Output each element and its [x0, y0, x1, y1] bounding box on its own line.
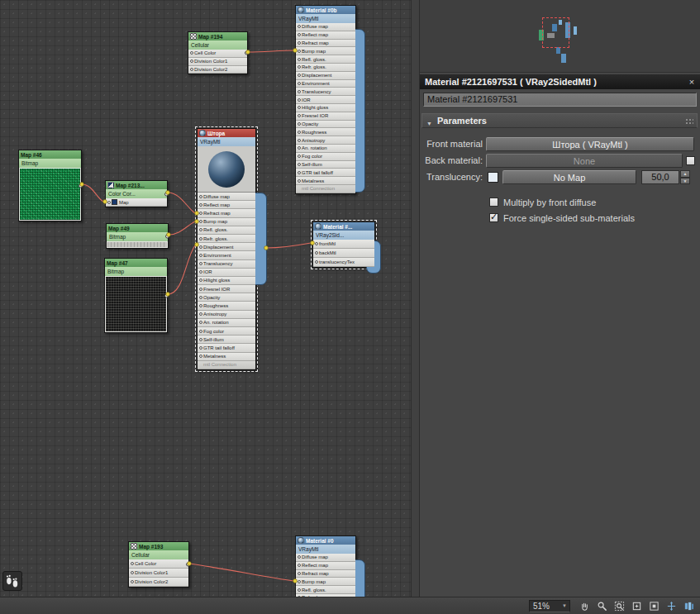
slot-refl-gloss-[interactable]: Refl. gloss. [296, 586, 355, 594]
node-wire[interactable] [189, 564, 293, 581]
node-map-194[interactable]: Map #194CellularCell ColorDivision Color… [188, 31, 248, 74]
node-material-0[interactable]: Material #0VRayMtlDiffuse mapReflect map… [295, 535, 356, 597]
input-socket[interactable] [298, 179, 301, 183]
input-socket[interactable] [199, 355, 202, 358]
input-socket[interactable] [199, 296, 202, 299]
input-socket[interactable] [298, 163, 301, 166]
node-header[interactable]: Map #46Bitmap [19, 150, 81, 168]
input-socket[interactable] [199, 304, 202, 307]
node-header[interactable]: Material #0VRayMtl [296, 536, 355, 554]
show-minimap-button[interactable] [680, 599, 697, 613]
output-socket[interactable] [245, 51, 249, 55]
close-icon[interactable]: × [686, 76, 698, 88]
material-name-field[interactable]: Material #2121697531 [423, 93, 697, 107]
slot-roughness[interactable]: Roughness [296, 128, 355, 136]
node-header[interactable]: Map #49Bitmap [107, 224, 168, 241]
input-socket[interactable] [199, 254, 202, 257]
slot-translucencytex[interactable]: translucencyTex [313, 258, 374, 267]
zoom-region-button[interactable] [611, 599, 627, 613]
input-socket[interactable] [199, 228, 202, 231]
pan-hand-button[interactable] [576, 599, 593, 613]
slot-anisotropy[interactable]: Anisotropy [198, 311, 255, 319]
slot-metalness[interactable]: Metalness [296, 177, 355, 185]
output-socket[interactable] [164, 293, 169, 297]
input-socket[interactable] [199, 338, 202, 341]
slot-fog-color[interactable]: Fog color [296, 153, 355, 161]
output-socket[interactable] [79, 183, 83, 188]
footprints-button[interactable] [2, 571, 22, 591]
input-socket[interactable] [298, 50, 301, 53]
zoom-extents-selected-button[interactable] [645, 599, 662, 613]
input-socket[interactable] [298, 114, 301, 117]
input-socket[interactable] [199, 203, 202, 207]
node-header[interactable]: Map #194Cellular [188, 32, 247, 50]
node-header[interactable]: Map #193Cellular [129, 542, 188, 559]
input-socket[interactable] [298, 41, 301, 45]
output-socket[interactable] [186, 563, 190, 567]
input-socket[interactable] [298, 564, 301, 567]
input-socket[interactable] [298, 139, 301, 142]
force-single-sided-checkbox[interactable] [489, 213, 498, 222]
slot-self-illum[interactable]: Self-illum [198, 336, 255, 344]
output-socket[interactable] [165, 234, 169, 238]
input-socket[interactable] [199, 262, 202, 265]
node-header[interactable]: Material #0bVRayMtl [296, 6, 355, 23]
material-dialog-titlebar[interactable]: Material #2121697531 ( VRay2SidedMtl ) × [420, 74, 700, 89]
node-wire[interactable] [266, 243, 311, 248]
node-map-213[interactable]: Map #213...Color Cor...Map [105, 180, 168, 207]
slot-division-color2[interactable]: Division Color2 [188, 66, 247, 74]
pan-to-selected-button[interactable] [663, 599, 679, 613]
output-socket[interactable] [164, 192, 169, 196]
input-socket[interactable] [298, 596, 301, 597]
slot-cell-color[interactable]: Cell Color [188, 50, 247, 58]
slot-translucency[interactable]: Translucency [198, 260, 255, 269]
slot-reflect-map[interactable]: Reflect map [296, 562, 355, 570]
slot-self-illum[interactable]: Self-illum [296, 161, 355, 169]
panel-splitter[interactable] [411, 0, 420, 597]
input-socket[interactable] [298, 580, 301, 583]
slot-opacity[interactable]: Opacity [198, 293, 255, 302]
input-socket[interactable] [199, 195, 202, 198]
node-wire[interactable] [248, 50, 293, 52]
slot-diffuse-map[interactable]: Diffuse map [198, 193, 255, 201]
spinner-down-icon[interactable]: ▼ [680, 178, 690, 185]
input-socket[interactable] [298, 82, 301, 85]
node-header[interactable]: Map #47Bitmap [105, 259, 167, 276]
input-socket[interactable] [298, 58, 301, 61]
input-socket[interactable] [298, 555, 301, 559]
slot-anisotropy[interactable]: Anisotropy [296, 136, 355, 145]
slot-refr-gloss-[interactable]: Refr. gloss. [296, 594, 355, 597]
input-socket[interactable] [199, 237, 202, 240]
input-socket[interactable] [298, 122, 301, 126]
translucency-map-button[interactable]: No Map [502, 170, 636, 184]
node-map-47[interactable]: Map #47Bitmap [104, 258, 168, 333]
input-socket[interactable] [298, 33, 301, 36]
navigator-view-rect[interactable] [542, 17, 569, 48]
slot-diffuse-map[interactable]: Diffuse map [296, 23, 355, 31]
input-socket[interactable] [199, 312, 202, 316]
slot-roughness[interactable]: Roughness [198, 302, 255, 310]
zoom-dropdown[interactable]: 51% ▼ [529, 600, 570, 612]
translucency-value[interactable]: 50,0 [641, 170, 679, 184]
multiply-by-front-diffuse-checkbox[interactable] [489, 198, 498, 207]
input-socket[interactable] [298, 106, 301, 109]
input-socket[interactable] [190, 68, 193, 71]
input-socket[interactable] [315, 242, 318, 245]
node-material-0b[interactable]: Material #0bVRayMtlDiffuse mapReflect ma… [295, 5, 356, 194]
input-socket[interactable] [199, 278, 202, 282]
slot-an-rotation[interactable]: An. rotation [198, 319, 255, 327]
node-wire[interactable] [168, 193, 195, 213]
input-socket[interactable] [190, 51, 193, 55]
input-socket[interactable] [199, 321, 202, 324]
parameters-rollout-header[interactable]: ▼ Parameters [421, 113, 698, 128]
input-socket[interactable] [298, 98, 301, 102]
slot-environment[interactable]: Environment [296, 80, 355, 88]
node-header[interactable]: ШтораVRayMtl [198, 129, 255, 146]
translucency-color-swatch[interactable] [488, 172, 498, 183]
slot-refl-gloss-[interactable]: Refl. gloss. [296, 55, 355, 64]
slot-diffuse-map[interactable]: Diffuse map [296, 554, 355, 562]
node-map-46[interactable]: Map #46Bitmap [18, 150, 82, 221]
zoom-tool-button[interactable] [593, 599, 610, 613]
input-socket[interactable] [131, 562, 134, 565]
slot-reflect-map[interactable]: Reflect map [198, 201, 255, 209]
